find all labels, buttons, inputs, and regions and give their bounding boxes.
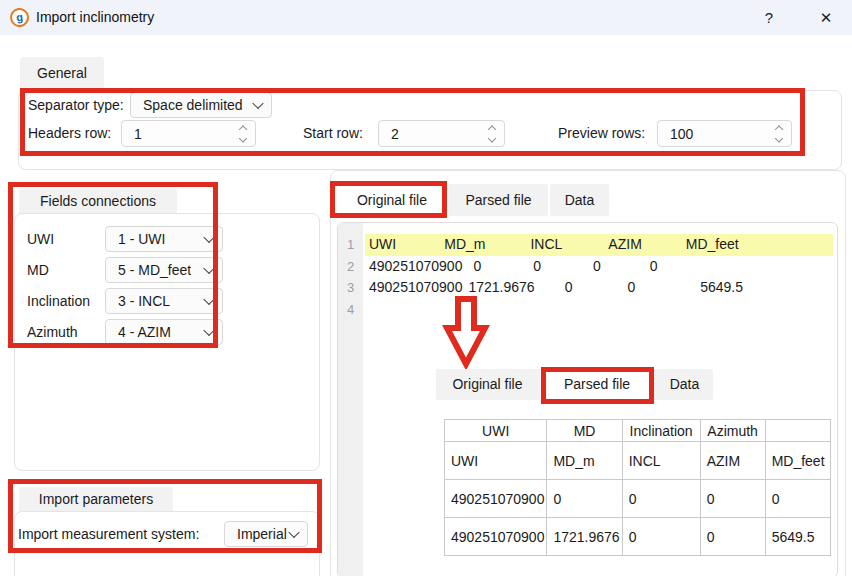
tab-data[interactable]: Data bbox=[550, 184, 609, 216]
chevron-down-icon bbox=[203, 263, 214, 274]
column-header-inclination[interactable]: Inclination bbox=[622, 420, 700, 442]
table-cell[interactable]: MD_m bbox=[547, 442, 622, 480]
field-row-md: MD5 - MD_feet bbox=[27, 257, 297, 283]
measurement-system-value: Imperial bbox=[237, 526, 287, 542]
file-line-cell: 0 bbox=[650, 256, 658, 278]
tab-parsed-file[interactable]: Parsed file bbox=[449, 184, 548, 216]
annotation-arrow-down-icon bbox=[442, 295, 490, 370]
table-cell[interactable]: 1721.9676 bbox=[547, 518, 622, 556]
line-number: 1 bbox=[338, 234, 363, 256]
field-label-md: MD bbox=[27, 257, 49, 283]
field-dropdown-md[interactable]: 5 - MD_feet bbox=[105, 257, 223, 283]
tab-parsed-file[interactable]: Parsed file bbox=[540, 369, 654, 400]
measurement-system-dropdown[interactable]: Imperial bbox=[224, 521, 308, 547]
chevron-down-icon bbox=[239, 134, 247, 142]
app-logo-icon: g bbox=[9, 7, 30, 28]
spinner-buttons[interactable] bbox=[776, 126, 782, 141]
preview-rows-value: 100 bbox=[670, 126, 693, 142]
table-row: 4902510709000000 bbox=[445, 480, 831, 518]
field-dropdown-azimuth[interactable]: 4 - AZIM bbox=[105, 319, 223, 345]
column-header-md[interactable]: MD bbox=[547, 420, 622, 442]
chevron-down-icon bbox=[252, 98, 263, 109]
table-cell[interactable]: 490251070900 bbox=[445, 518, 547, 556]
table-cell[interactable]: UWI bbox=[445, 442, 547, 480]
field-value-azimuth: 4 - AZIM bbox=[118, 324, 171, 340]
file-line-cell: MD_m bbox=[444, 234, 485, 256]
field-row-inclination: Inclination3 - INCL bbox=[27, 288, 297, 314]
table-cell[interactable]: 0 bbox=[622, 518, 700, 556]
file-line-cell: 0 bbox=[473, 256, 481, 278]
file-line-cell: UWI bbox=[369, 234, 396, 256]
chevron-up-icon bbox=[488, 125, 496, 133]
start-row-label: Start row: bbox=[303, 120, 363, 147]
table-cell[interactable]: 0 bbox=[547, 480, 622, 518]
chevron-down-icon bbox=[203, 232, 214, 243]
import-parameters-title: Import parameters bbox=[19, 487, 173, 512]
table-cell[interactable]: AZIM bbox=[700, 442, 765, 480]
headers-row-spinbox[interactable]: 1 bbox=[121, 120, 256, 147]
close-icon[interactable]: ✕ bbox=[812, 0, 840, 35]
table-cell[interactable]: 5649.5 bbox=[765, 518, 830, 556]
import-inclinometry-dialog: g Import inclinometry ? ✕ General Separa… bbox=[0, 0, 852, 576]
file-line-cell: 5649.5 bbox=[700, 277, 743, 299]
field-value-md: 5 - MD_feet bbox=[118, 262, 191, 278]
table-cell[interactable]: INCL bbox=[622, 442, 700, 480]
separator-type-dropdown[interactable]: Space delimited bbox=[130, 92, 272, 118]
table-row: 4902510709001721.9676005649.5 bbox=[445, 518, 831, 556]
line-number: 2 bbox=[338, 256, 363, 278]
table-header-row: UWIMDInclinationAzimuth bbox=[445, 420, 831, 442]
parsed-file-table: UWIMDInclinationAzimuth UWIMD_mINCLAZIMM… bbox=[444, 419, 831, 556]
file-line-cell: 0 bbox=[565, 277, 573, 299]
field-value-inclination: 3 - INCL bbox=[118, 293, 170, 309]
line-number: 3 bbox=[338, 277, 363, 299]
chevron-up-icon bbox=[775, 125, 783, 133]
field-row-uwi: UWI1 - UWI bbox=[27, 226, 297, 252]
chevron-down-icon bbox=[203, 325, 214, 336]
file-line-cell: 0 bbox=[533, 256, 541, 278]
tab-data[interactable]: Data bbox=[656, 369, 713, 400]
tab-original-file[interactable]: Original file bbox=[337, 184, 447, 216]
separator-type-label: Separator type: bbox=[28, 92, 124, 119]
chevron-up-icon bbox=[239, 125, 247, 133]
headers-row-label: Headers row: bbox=[28, 120, 111, 147]
file-line: 4902510709000000 bbox=[365, 256, 833, 278]
field-dropdown-inclination[interactable]: 3 - INCL bbox=[105, 288, 223, 314]
table-cell[interactable]: 0 bbox=[765, 480, 830, 518]
table-cell[interactable]: 0 bbox=[700, 480, 765, 518]
file-line-cell: 490251070900 bbox=[369, 256, 462, 278]
spinner-buttons[interactable] bbox=[240, 126, 246, 141]
field-value-uwi: 1 - UWI bbox=[118, 231, 165, 247]
field-label-inclination: Inclination bbox=[27, 288, 90, 314]
window-title: Import inclinometry bbox=[36, 0, 154, 35]
help-button[interactable]: ? bbox=[758, 0, 780, 35]
preview-rows-spinbox[interactable]: 100 bbox=[657, 120, 792, 147]
field-dropdown-uwi[interactable]: 1 - UWI bbox=[105, 226, 223, 252]
file-line: 4902510709001721.9676005649.5 bbox=[365, 277, 833, 299]
table-cell[interactable]: MD_feet bbox=[765, 442, 830, 480]
file-line-header: UWIMD_mINCLAZIMMD_feet bbox=[365, 234, 833, 256]
tab-original-file[interactable]: Original file bbox=[436, 369, 539, 400]
original-file-lines: UWIMD_mINCLAZIMMD_feet490251070900000049… bbox=[365, 234, 833, 320]
titlebar: g Import inclinometry ? ✕ bbox=[0, 0, 852, 35]
fields-connections-title: Fields connections bbox=[19, 189, 177, 214]
table-row: UWIMD_mINCLAZIMMD_feet bbox=[445, 442, 831, 480]
column-header-blank[interactable] bbox=[765, 420, 830, 442]
column-header-uwi[interactable]: UWI bbox=[445, 420, 547, 442]
field-label-uwi: UWI bbox=[27, 226, 54, 252]
start-row-spinbox[interactable]: 2 bbox=[378, 120, 505, 147]
table-cell[interactable]: 490251070900 bbox=[445, 480, 547, 518]
file-line-cell: 0 bbox=[593, 256, 601, 278]
headers-row-value: 1 bbox=[134, 126, 142, 142]
spinner-buttons[interactable] bbox=[489, 126, 495, 141]
line-number-gutter: 1234 bbox=[338, 223, 363, 576]
tab-general[interactable]: General bbox=[20, 57, 104, 90]
field-row-azimuth: Azimuth4 - AZIM bbox=[27, 319, 297, 345]
start-row-value: 2 bbox=[391, 126, 399, 142]
table-cell[interactable]: 0 bbox=[622, 480, 700, 518]
column-header-azimuth[interactable]: Azimuth bbox=[700, 420, 765, 442]
file-line-cell: INCL bbox=[530, 234, 562, 256]
table-cell[interactable]: 0 bbox=[700, 518, 765, 556]
separator-type-value: Space delimited bbox=[143, 97, 243, 113]
chevron-down-icon bbox=[203, 294, 214, 305]
field-label-azimuth: Azimuth bbox=[27, 319, 78, 345]
